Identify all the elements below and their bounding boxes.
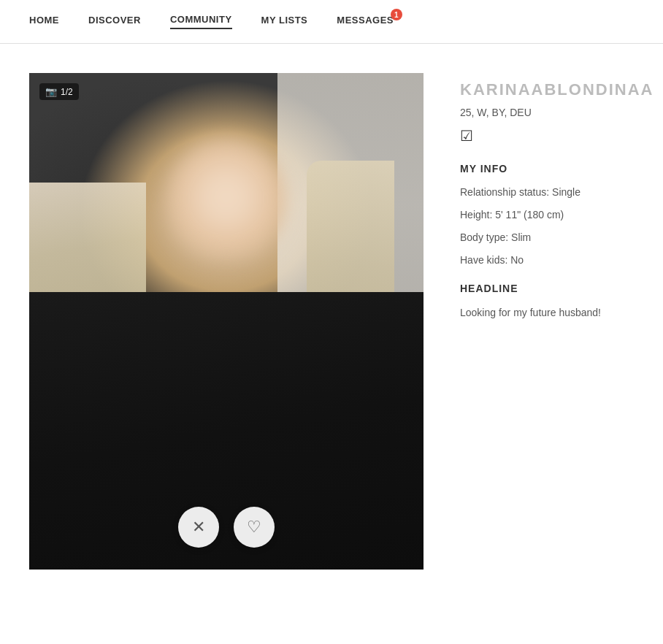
nav-messages[interactable]: MESSAGES 1 xyxy=(337,15,394,28)
nav-community[interactable]: COMMUNITY xyxy=(170,14,232,29)
have-kids: Have kids: No xyxy=(460,253,654,268)
nav-discover[interactable]: DISCOVER xyxy=(88,15,141,28)
photo-counter: 📷 1/2 xyxy=(39,83,79,100)
profile-info: KARINAABLONDINAA 25, W, BY, DEU ☑ MY INF… xyxy=(460,73,654,321)
relationship-status: Relationship status: Single xyxy=(460,185,654,200)
dislike-button[interactable]: ✕ xyxy=(178,507,219,548)
navigation: HOME DISCOVER COMMUNITY MY LISTS MESSAGE… xyxy=(0,0,663,44)
action-buttons: ✕ ♡ xyxy=(178,507,275,548)
nav-home[interactable]: HOME xyxy=(29,15,59,28)
body-type: Body type: Slim xyxy=(460,230,654,245)
profile-photo: ✕ ♡ xyxy=(29,73,424,570)
photo-face xyxy=(168,139,285,256)
profile-meta: 25, W, BY, DEU xyxy=(460,107,654,118)
main-content: 📷 1/2 ✕ ♡ KARINAABLONDINAA 25, W, BY, DE… xyxy=(0,44,663,599)
verified-icon: ☑ xyxy=(460,127,654,145)
photo-section: 📷 1/2 ✕ ♡ xyxy=(29,73,424,570)
like-button[interactable]: ♡ xyxy=(234,507,275,548)
messages-badge: 1 xyxy=(391,9,402,20)
headline-title: HEADLINE xyxy=(460,283,654,294)
profile-username: KARINAABLONDINAA xyxy=(460,80,654,99)
nav-my-lists[interactable]: MY LISTS xyxy=(261,15,308,28)
my-info-title: MY INFO xyxy=(460,163,654,175)
camera-icon: 📷 xyxy=(45,86,57,97)
headline-text: Looking for my future husband! xyxy=(460,304,654,321)
height: Height: 5' 11" (180 cm) xyxy=(460,207,654,223)
